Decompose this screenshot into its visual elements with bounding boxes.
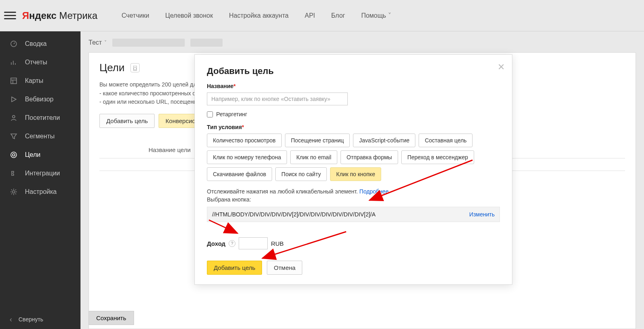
close-icon[interactable]: ✕	[497, 62, 505, 72]
chevron-left-icon: ‹	[10, 315, 12, 324]
save-bar: Сохранить	[89, 311, 636, 325]
save-button[interactable]: Сохранить	[89, 311, 134, 325]
puzzle-icon	[10, 169, 18, 177]
layout-icon	[10, 77, 18, 85]
condition-button-click[interactable]: Клик по кнопке	[330, 167, 381, 181]
condition-js[interactable]: JavaScript-событие	[353, 134, 415, 147]
gear-icon	[10, 188, 18, 196]
retargeting-checkbox[interactable]	[207, 111, 213, 117]
modal-title: Добавить цель	[207, 66, 500, 76]
target-icon	[10, 151, 18, 159]
svg-rect-1	[11, 78, 17, 84]
condition-pill-group: Количество просмотров Посещение страниц …	[207, 134, 500, 181]
logo-yandex: ндекс	[29, 10, 56, 21]
sidebar-label: Сводка	[25, 40, 47, 47]
sidebar-item-visitors[interactable]: Посетители	[0, 109, 80, 127]
breadcrumb[interactable]: Тест ˅	[89, 39, 107, 46]
user-icon	[10, 114, 18, 122]
svg-point-2	[12, 115, 15, 118]
add-goal-modal: ✕ Добавить цель Название* Ретаргетинг Ти…	[194, 54, 512, 285]
logo-metrica: Метрика	[56, 10, 97, 21]
play-icon	[10, 95, 18, 103]
goal-name-input[interactable]	[207, 93, 348, 105]
income-label: Доход	[207, 240, 225, 247]
breadcrumb-label: Тест	[89, 39, 102, 46]
sidebar-label: Вебвизор	[25, 96, 54, 103]
sidebar-label: Цели	[25, 151, 40, 158]
sidebar-item-goals[interactable]: Цели	[0, 146, 80, 164]
page-title: Цели	[99, 62, 125, 74]
breadcrumb-row: Тест ˅	[89, 31, 636, 50]
add-goal-button[interactable]: Добавить цель	[99, 114, 155, 128]
modal-cancel-button[interactable]: Отмена	[267, 261, 302, 275]
condition-type-label: Тип условия*	[207, 124, 500, 130]
nav-help[interactable]: Помощь	[361, 12, 391, 19]
retargeting-label: Ретаргетинг	[216, 111, 247, 117]
svg-point-3	[11, 152, 17, 158]
nav-target-call[interactable]: Целевой звонок	[165, 12, 213, 19]
name-label: Название*	[207, 83, 500, 89]
filter-icon	[10, 132, 18, 140]
logo[interactable]: Яндекс Метрика	[22, 10, 97, 21]
chevron-down-icon: ˅	[104, 40, 107, 45]
sidebar-label: Карты	[25, 77, 43, 84]
condition-search[interactable]: Поиск по сайту	[275, 167, 327, 181]
sidebar-item-summary[interactable]: Сводка	[0, 35, 80, 53]
top-nav: Счетчики Целевой звонок Настройка аккаун…	[122, 12, 391, 19]
income-row: Доход ? RUB	[207, 237, 500, 249]
income-input[interactable]	[239, 237, 268, 249]
condition-visits[interactable]: Посещение страниц	[285, 134, 350, 147]
chart-bar-icon	[10, 58, 18, 66]
condition-views[interactable]: Количество просмотров	[207, 134, 282, 147]
sidebar-item-integrations[interactable]: Интеграции	[0, 164, 80, 183]
xpath-value: //HTML/BODY/DIV/DIV/DIV/DIV[2]/DIV/DIV/D…	[212, 211, 376, 218]
svg-point-4	[12, 154, 15, 156]
xpath-display: //HTML/BODY/DIV/DIV/DIV/DIV[2]/DIV/DIV/D…	[207, 207, 500, 222]
nav-counters[interactable]: Счетчики	[122, 12, 149, 19]
condition-email[interactable]: Клик по email	[290, 150, 337, 164]
condition-composite[interactable]: Составная цель	[419, 134, 473, 147]
sidebar-label: Настройка	[25, 188, 57, 195]
nav-blog[interactable]: Блог	[331, 12, 345, 19]
gauge-icon	[10, 40, 18, 48]
sidebar-item-reports[interactable]: Отчеты	[0, 53, 80, 72]
retargeting-checkbox-row[interactable]: Ретаргетинг	[207, 111, 500, 117]
hamburger-menu-icon[interactable]	[4, 10, 16, 22]
help-icon[interactable]: ?	[229, 240, 235, 247]
condition-messenger[interactable]: Переход в мессенджер	[401, 150, 474, 164]
logo-y: Я	[22, 10, 29, 21]
change-button-link[interactable]: Изменить	[469, 211, 495, 218]
sidebar-label: Сегменты	[25, 133, 55, 140]
top-header: Яндекс Метрика Счетчики Целевой звонок Н…	[0, 0, 644, 31]
learn-more-link[interactable]: Подробнее	[359, 188, 389, 195]
sidebar-item-webvisor[interactable]: Вебвизор	[0, 90, 80, 109]
sidebar: Сводка Отчеты Карты Вебвизор Посетители …	[0, 31, 80, 329]
sidebar-label: Посетители	[25, 114, 60, 121]
condition-form[interactable]: Отправка формы	[341, 150, 398, 164]
sidebar-item-settings[interactable]: Настройка	[0, 183, 80, 201]
sidebar-collapse[interactable]: ‹ Свернуть	[0, 310, 80, 329]
book-icon[interactable]: ⌼	[130, 63, 140, 72]
redacted-block	[190, 39, 223, 47]
nav-account-setup[interactable]: Настройка аккаунта	[229, 12, 289, 19]
redacted-block	[112, 39, 185, 47]
condition-download[interactable]: Скачивание файлов	[207, 167, 272, 181]
svg-point-5	[12, 191, 15, 193]
picked-button-label: Выбрана кнопка:	[207, 196, 500, 203]
nav-api[interactable]: API	[305, 12, 315, 19]
sidebar-collapse-label: Свернуть	[19, 316, 43, 323]
sidebar-item-segments[interactable]: Сегменты	[0, 127, 80, 146]
modal-add-goal-button[interactable]: Добавить цель	[207, 261, 262, 275]
sidebar-label: Интеграции	[25, 170, 60, 177]
condition-phone[interactable]: Клик по номеру телефона	[207, 150, 287, 164]
sidebar-label: Отчеты	[25, 59, 47, 66]
track-description: Отслеживайте нажатия на любой кликабельн…	[207, 188, 500, 195]
sidebar-item-maps[interactable]: Карты	[0, 72, 80, 90]
currency-label: RUB	[271, 240, 284, 247]
